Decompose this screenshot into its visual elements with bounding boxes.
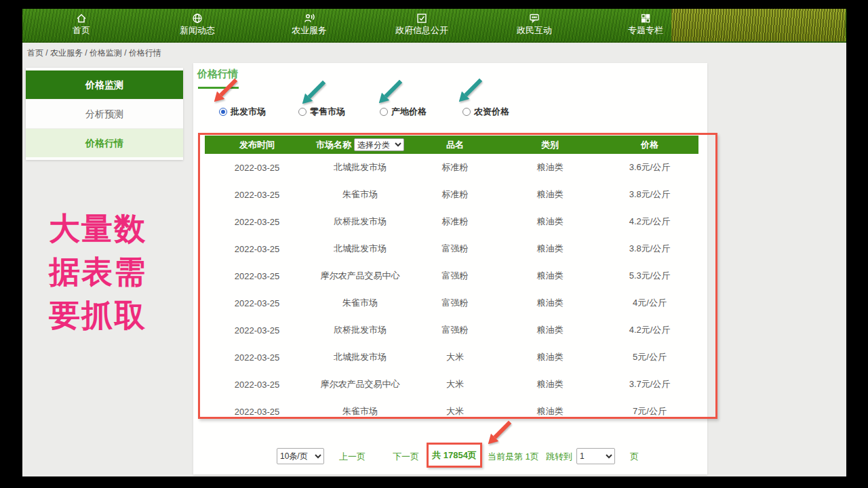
teal-arrow-icon [454,85,486,96]
table-cell: 标准粉 [411,154,499,181]
table-cell: 富强粉 [411,262,499,289]
filter-agri-supplies-price[interactable]: 农资价格 [462,106,509,117]
teal-arrow-icon [298,87,329,98]
table-cell: 朱雀市场 [309,289,411,317]
red-arrow-icon [484,428,515,439]
table-cell: 4.2元/公斤 [601,208,698,235]
table-cell: 2022-03-25 [205,398,309,425]
nav-item-gov-info[interactable]: 政府信息公开 [395,9,448,43]
sidebar-item-price-monitoring[interactable]: 价格监测 [26,70,183,99]
table-header-row: 发布时间 市场名称 选择分类 品名 类别 价格 [205,136,698,154]
page-size-select[interactable]: 10条/页 [277,448,324,464]
filter-wholesale-market[interactable]: 批发市场 [219,106,266,117]
nav-label: 新闻动态 [180,25,215,36]
table-row: 2022-03-25欣桥批发市场富强粉粮油类4.2元/公斤 [205,317,698,344]
table-cell: 7元/公斤 [601,398,698,425]
table-cell: 大米 [411,371,499,398]
table-cell: 2022-03-25 [205,317,309,344]
next-page-link[interactable]: 下一页 [393,451,419,463]
category-select[interactable]: 选择分类 [354,138,404,151]
col-header-product: 品名 [411,136,499,154]
table-cell: 富强粉 [411,235,499,262]
total-pages-badge: 共 17854页 [427,443,482,468]
col-header-category: 类别 [499,136,601,154]
nav-item-agri-services[interactable]: 农业服务 [292,9,327,43]
table-cell: 大米 [411,344,499,371]
grid-icon [639,12,652,24]
filter-label: 零售市场 [310,106,345,118]
table-cell: 朱雀市场 [309,398,411,425]
table-cell: 2022-03-25 [205,262,309,289]
total-pages-text: 共 17854页 [432,449,477,462]
col-header-label: 市场名称 [316,139,351,151]
table-row: 2022-03-25摩尔农产品交易中心大米粮油类3.7元/公斤 [205,371,698,398]
table-row: 2022-03-25朱雀市场大米粮油类7元/公斤 [205,398,698,425]
main-panel: 价格行情 批发市场 零售市场 产地价格 农资价格 [193,63,707,474]
price-table: 发布时间 市场名称 选择分类 品名 类别 价格 [205,136,698,425]
table-cell: 3.7元/公斤 [601,371,698,398]
chat-bubble-icon [528,12,540,24]
breadcrumb[interactable]: 首页 / 农业服务 / 价格监测 / 价格行情 [27,44,161,62]
table-cell: 摩尔农产品交易中心 [309,262,411,289]
title-underline [198,87,239,89]
table-cell: 2022-03-25 [205,208,309,235]
sidebar: 价格监测 分析预测 价格行情 [26,68,183,160]
nav-label: 专题专栏 [628,25,663,36]
filter-retail-market[interactable]: 零售市场 [298,106,345,117]
radio-icon[interactable] [380,108,388,116]
filter-label: 农资价格 [474,106,509,118]
table-cell: 5元/公斤 [601,344,698,371]
table-cell: 北城批发市场 [309,235,411,262]
sidebar-item-price-quotes[interactable]: 价格行情 [26,128,183,157]
table-cell: 3.6元/公斤 [601,154,698,181]
home-icon [75,12,87,24]
nav-item-interaction[interactable]: 政民互动 [517,9,552,43]
nav-label: 首页 [73,25,90,36]
nav-label: 政民互动 [517,25,552,36]
nav-item-home[interactable]: 首页 [73,9,90,43]
table-cell: 标准粉 [411,208,499,235]
table-cell: 2022-03-25 [205,289,309,317]
top-nav: 首页 新闻动态 农业服务 [22,9,846,43]
checkbox-icon [416,12,428,24]
table-cell: 富强粉 [411,289,499,317]
jump-to-label: 跳转到 [546,451,572,463]
radio-icon[interactable] [298,108,307,116]
radio-selected-icon[interactable] [219,108,227,116]
nav-label: 政府信息公开 [395,25,448,36]
table-row: 2022-03-25欣桥批发市场标准粉粮油类4.2元/公斤 [205,208,698,235]
radio-icon[interactable] [462,108,471,116]
table-cell: 2022-03-25 [205,235,309,262]
globe-icon [191,12,203,24]
nav-item-news[interactable]: 新闻动态 [180,9,215,43]
page-unit-label: 页 [630,451,639,463]
table-cell: 4元/公斤 [601,289,698,317]
table-row: 2022-03-25北城批发市场富强粉粮油类3.8元/公斤 [205,235,698,262]
table-cell: 摩尔农产品交易中心 [309,371,411,398]
table-cell: 粮油类 [499,208,601,235]
table-cell: 2022-03-25 [205,344,309,371]
table-cell: 粮油类 [499,181,601,208]
table-cell: 5.3元/公斤 [601,262,698,289]
current-page-text: 当前是第 1页 [488,451,539,463]
sidebar-item-analysis-forecast[interactable]: 分析预测 [26,99,183,128]
table-cell: 欣桥批发市场 [309,317,411,344]
page-background: 首页 新闻动态 农业服务 [22,9,846,476]
table-cell: 粮油类 [499,262,601,289]
table-cell: 粮油类 [499,344,601,371]
table-cell: 标准粉 [411,181,499,208]
prev-page-link[interactable]: 上一页 [339,451,366,463]
nav-label: 农业服务 [292,25,327,36]
table-cell: 4.2元/公斤 [601,317,698,344]
jump-page-select[interactable]: 1 [576,448,615,464]
annotation-note: 大量数 据表需 要抓取 [49,207,146,337]
filter-origin-price[interactable]: 产地价格 [380,106,427,117]
teal-arrow-icon [374,87,406,98]
table-cell: 富强粉 [411,317,499,344]
table-cell: 粮油类 [499,235,601,262]
nav-item-topics[interactable]: 专题专栏 [628,9,663,43]
table-cell: 2022-03-25 [205,154,309,181]
table-cell: 欣桥批发市场 [309,208,411,235]
table-cell: 3.8元/公斤 [601,235,698,262]
table-cell: 北城批发市场 [309,344,411,371]
